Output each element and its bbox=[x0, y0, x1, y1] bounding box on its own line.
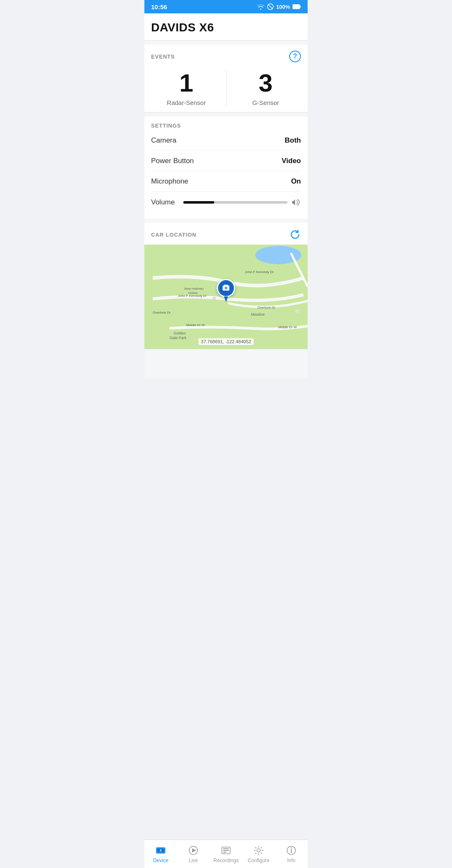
battery-icon bbox=[293, 4, 301, 9]
svg-text:Middle Dr W: Middle Dr W bbox=[278, 325, 297, 329]
svg-text:Overlook Dr: Overlook Dr bbox=[257, 306, 275, 309]
events-row: 1 Radar-Sensor 3 G-Sensor bbox=[151, 66, 301, 112]
battery-percent: 100% bbox=[276, 4, 290, 10]
power-button-label: Power Button bbox=[151, 157, 194, 165]
map-container[interactable]: John F Kennedy Dr Transverse John F Kenn… bbox=[144, 245, 308, 349]
events-divider bbox=[144, 112, 308, 112]
map-coordinates: 37.768691, -122.484052 bbox=[198, 338, 254, 345]
power-button-setting-row[interactable]: Power Button Video bbox=[151, 151, 301, 171]
settings-section: SETTINGS Camera Both Power Button Video … bbox=[144, 117, 308, 219]
svg-rect-2 bbox=[293, 5, 300, 9]
svg-text:Meadow: Meadow bbox=[251, 312, 265, 317]
volume-slider-fill bbox=[183, 201, 215, 204]
map-marker bbox=[217, 279, 235, 302]
svg-text:Middle Dr W: Middle Dr W bbox=[186, 323, 205, 327]
page-title-section: DAVIDS X6 bbox=[144, 13, 308, 41]
events-header: EVENTS ? bbox=[151, 51, 301, 62]
no-sign-icon bbox=[267, 3, 274, 10]
events-section: EVENTS ? 1 Radar-Sensor 3 G-Sensor bbox=[144, 45, 308, 112]
radar-label: Radar-Sensor bbox=[167, 99, 206, 106]
speaker-icon bbox=[292, 198, 301, 207]
refresh-icon[interactable] bbox=[289, 229, 301, 240]
radar-sensor-item: 1 Radar-Sensor bbox=[151, 71, 222, 106]
svg-text:West Hellman: West Hellman bbox=[184, 287, 204, 291]
svg-text:Overlook Dr: Overlook Dr bbox=[153, 311, 171, 314]
main-content: DAVIDS X6 EVENTS ? 1 Radar-Sensor 3 G-Se… bbox=[144, 13, 308, 378]
g-sensor-label: G-Sensor bbox=[252, 99, 279, 106]
status-time: 10:56 bbox=[151, 3, 167, 10]
power-button-value: Video bbox=[282, 157, 301, 165]
wifi-icon bbox=[257, 4, 265, 10]
page-title: DAVIDS X6 bbox=[151, 21, 301, 34]
svg-text:Hollow: Hollow bbox=[188, 291, 198, 295]
events-label: EVENTS bbox=[151, 54, 175, 60]
events-vertical-divider bbox=[226, 71, 226, 106]
marker-pin bbox=[224, 296, 228, 302]
svg-text:John F Kennedy Dr: John F Kennedy Dr bbox=[245, 270, 274, 274]
location-label: CAR LOCATION bbox=[151, 232, 196, 238]
radar-count: 1 bbox=[180, 71, 193, 96]
status-bar: 10:56 100% bbox=[144, 0, 308, 13]
svg-rect-3 bbox=[300, 6, 301, 8]
g-sensor-count: 3 bbox=[259, 71, 272, 96]
volume-label: Volume bbox=[151, 198, 175, 207]
events-help-icon[interactable]: ? bbox=[289, 51, 301, 62]
svg-rect-21 bbox=[224, 285, 228, 286]
camera-value: Both bbox=[285, 136, 301, 145]
volume-row: Volume bbox=[151, 192, 301, 213]
svg-rect-19 bbox=[295, 309, 299, 313]
camera-label: Camera bbox=[151, 136, 176, 145]
camera-setting-row[interactable]: Camera Both bbox=[151, 130, 301, 151]
location-header: CAR LOCATION bbox=[151, 229, 301, 240]
microphone-value: On bbox=[291, 177, 301, 186]
svg-text:Gate Park: Gate Park bbox=[170, 336, 187, 340]
svg-rect-18 bbox=[213, 297, 216, 299]
g-sensor-item: 3 G-Sensor bbox=[231, 71, 301, 106]
svg-point-23 bbox=[226, 287, 227, 288]
status-icons: 100% bbox=[257, 3, 301, 10]
microphone-label: Microphone bbox=[151, 177, 188, 186]
volume-control[interactable] bbox=[183, 198, 301, 207]
svg-line-1 bbox=[268, 5, 272, 9]
settings-label: SETTINGS bbox=[151, 123, 301, 129]
volume-slider-track[interactable] bbox=[183, 201, 288, 204]
svg-text:Golden: Golden bbox=[174, 331, 186, 335]
marker-icon bbox=[217, 279, 235, 297]
microphone-setting-row[interactable]: Microphone On bbox=[151, 171, 301, 192]
car-location-section: CAR LOCATION bbox=[144, 223, 308, 349]
